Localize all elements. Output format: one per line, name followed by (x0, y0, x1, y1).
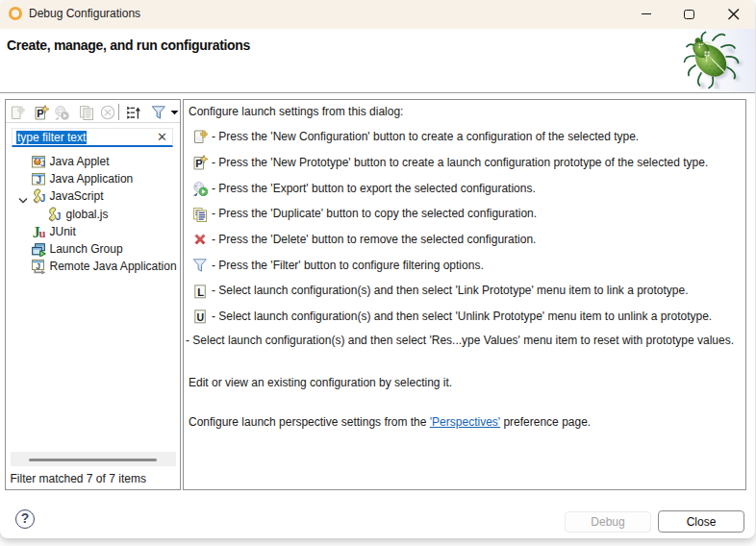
svg-text:J: J (56, 211, 62, 222)
svg-text:u: u (39, 227, 46, 239)
svg-text:L: L (197, 286, 204, 298)
svg-text:J: J (40, 159, 45, 168)
svg-text:J: J (37, 175, 42, 186)
svg-text:J: J (36, 261, 40, 270)
svg-text:J: J (40, 193, 46, 204)
svg-text:U: U (197, 311, 205, 323)
